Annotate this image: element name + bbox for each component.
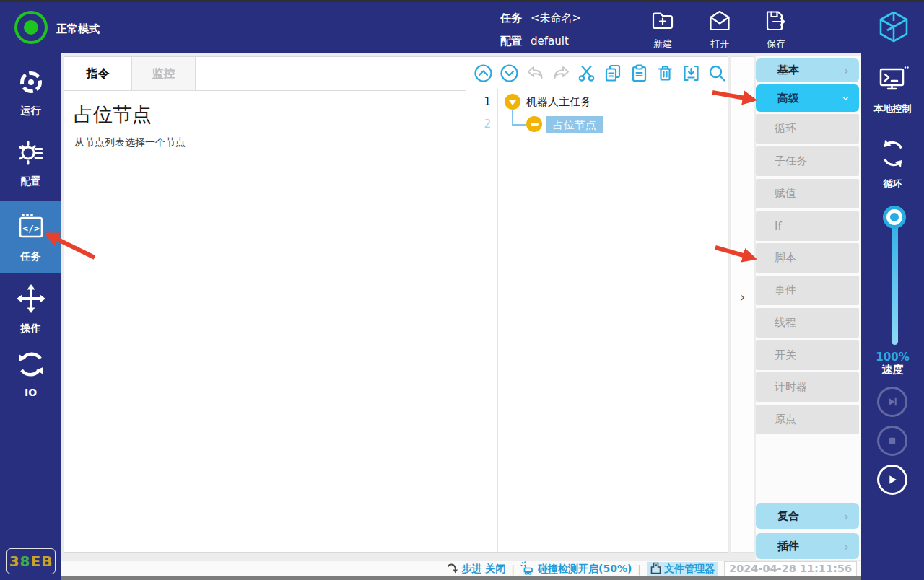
- file-manager-label: 文件管理器: [664, 563, 715, 576]
- palette-item-switch[interactable]: 开关: [756, 340, 859, 370]
- instruction-panel: 指令 监控 占位节点 从节点列表选择一个节点 1 2 机器人主任务 占位节点: [64, 56, 728, 553]
- group-label: 高级: [777, 92, 799, 105]
- speed-slider-track[interactable]: [892, 217, 898, 345]
- loop-label: 循环: [884, 177, 902, 190]
- file-manager-button[interactable]: 文件管理器: [647, 562, 718, 576]
- local-control-button[interactable]: 本地控制: [861, 65, 924, 115]
- save-task-button[interactable]: 保存: [749, 8, 803, 50]
- io-swap-icon: [17, 350, 45, 382]
- search-icon[interactable]: [707, 63, 727, 83]
- palette-item-script[interactable]: 脚本: [756, 243, 859, 273]
- node-description: 从节点列表选择一个节点: [74, 136, 186, 149]
- placeholder-node-icon[interactable]: [526, 116, 542, 132]
- new-icon: [650, 23, 676, 37]
- step-mode-status[interactable]: 步进 关闭: [446, 562, 505, 576]
- chevron-right-icon: ›: [844, 539, 849, 554]
- local-control-label: 本地控制: [874, 102, 912, 115]
- window-bottom-edge: [61, 576, 861, 580]
- collision-robot-icon: [520, 561, 535, 577]
- play-button[interactable]: [877, 465, 907, 495]
- palette-item-home[interactable]: 原点: [756, 405, 859, 434]
- new-task-button[interactable]: 新建: [635, 8, 690, 50]
- svg-text:</>: </>: [22, 223, 40, 234]
- copy-icon[interactable]: [603, 63, 623, 83]
- line-number: 2: [466, 118, 491, 131]
- tree-root-node[interactable]: 机器人主任务: [526, 95, 591, 109]
- palette-group-plugin[interactable]: 插件›: [756, 533, 859, 559]
- code-window-icon: </>: [14, 211, 48, 245]
- move-down-icon[interactable]: [500, 63, 519, 83]
- new-label: 新建: [635, 38, 690, 50]
- open-label: 打开: [692, 38, 747, 50]
- palette-group-advanced[interactable]: 高级›: [756, 84, 859, 112]
- nav-item-io[interactable]: IO: [0, 350, 61, 398]
- line-number: 1: [466, 95, 491, 108]
- datetime-display: 2024-04-28 11:11:56: [724, 561, 857, 576]
- status-bar: 步进 关闭 | 碰撞检测开启(50%) | 文件管理器 2024-04-28 1…: [61, 561, 861, 576]
- palette-item-subtask[interactable]: 子任务: [756, 146, 859, 176]
- chevron-down-icon: ›: [839, 95, 854, 100]
- speed-readout: 100% 速度: [861, 351, 924, 376]
- task-value: <未命名>: [531, 12, 581, 25]
- line-number-divider: [497, 89, 498, 552]
- nav-task-label: 任务: [21, 250, 41, 263]
- chevron-right-icon: ›: [844, 509, 849, 524]
- nav-item-run[interactable]: 运行: [0, 68, 61, 118]
- undo-icon[interactable]: [526, 63, 545, 83]
- step-button[interactable]: [877, 387, 907, 417]
- collapse-icon[interactable]: [681, 63, 701, 83]
- tree-selected-node[interactable]: 占位节点: [546, 116, 603, 133]
- node-palette: 基本› 高级› 循环 子任务 赋值 If 脚本 事件 线程 开关 计时器 原点 …: [756, 56, 861, 560]
- palette-item-loop[interactable]: 循环: [756, 114, 859, 144]
- speed-slider-handle[interactable]: [886, 209, 902, 225]
- triangle-down-icon: [509, 100, 516, 105]
- tree-toolbar: [466, 57, 729, 89]
- step-mode-label: 步进 关闭: [461, 563, 505, 576]
- run-icon: [17, 68, 45, 100]
- speed-value: 100%: [861, 351, 924, 364]
- palette-item-thread[interactable]: 线程: [756, 308, 859, 338]
- loop-mode-button[interactable]: 循环: [861, 137, 924, 190]
- config-name-row: 配置default: [500, 35, 569, 48]
- redo-icon[interactable]: [552, 63, 571, 83]
- nav-item-task[interactable]: </> 任务: [0, 211, 61, 263]
- node-title: 占位节点: [74, 102, 152, 128]
- tab-instruction[interactable]: 指令: [64, 57, 132, 90]
- palette-item-if[interactable]: If: [756, 211, 859, 241]
- move-up-icon[interactable]: [474, 63, 493, 83]
- stop-button[interactable]: [877, 426, 907, 456]
- file-manager-icon: [650, 562, 661, 576]
- nav-run-label: 运行: [21, 105, 41, 118]
- nav-operate-label: 操作: [21, 322, 41, 335]
- collision-detect-status[interactable]: 碰撞检测开启(50%): [520, 561, 632, 577]
- status-separator: |: [637, 563, 641, 575]
- task-node-expand-icon[interactable]: [505, 94, 520, 110]
- minus-icon: [531, 123, 539, 126]
- mode-label: 正常模式: [56, 22, 100, 36]
- palette-item-timer[interactable]: 计时器: [756, 372, 859, 402]
- robot-status-indicator[interactable]: [14, 11, 48, 44]
- nav-item-operate[interactable]: 操作: [0, 283, 61, 335]
- palette-group-basic[interactable]: 基本›: [756, 58, 859, 82]
- status-separator: |: [511, 563, 515, 575]
- palette-collapse-strip: ›: [731, 56, 754, 553]
- nav-io-label: IO: [25, 387, 37, 398]
- status-dot: [24, 20, 38, 35]
- config-value: default: [531, 35, 569, 48]
- chevron-right-icon[interactable]: ›: [731, 289, 754, 304]
- palette-item-assign[interactable]: 赋值: [756, 179, 859, 208]
- task-name-row: 任务<未命名>: [500, 12, 581, 25]
- delete-icon[interactable]: [655, 63, 675, 83]
- badge-char: 8: [20, 553, 31, 570]
- paste-icon[interactable]: [629, 63, 649, 83]
- cut-icon[interactable]: [578, 63, 597, 83]
- left-nav-sidebar: 运行 配置 </> 任务 操作 IO 38EB: [0, 53, 61, 580]
- nav-item-config[interactable]: 配置: [0, 139, 61, 188]
- header-bar: 正常模式 任务<未命名> 配置default 新建 打开 保存: [0, 2, 924, 53]
- nav-config-label: 配置: [21, 175, 41, 188]
- palette-item-event[interactable]: 事件: [756, 276, 859, 305]
- palette-group-composite[interactable]: 复合›: [756, 503, 859, 529]
- right-control-sidebar: 本地控制 循环 100% 速度: [861, 53, 924, 580]
- open-task-button[interactable]: 打开: [692, 8, 747, 50]
- tab-monitor[interactable]: 监控: [132, 57, 196, 90]
